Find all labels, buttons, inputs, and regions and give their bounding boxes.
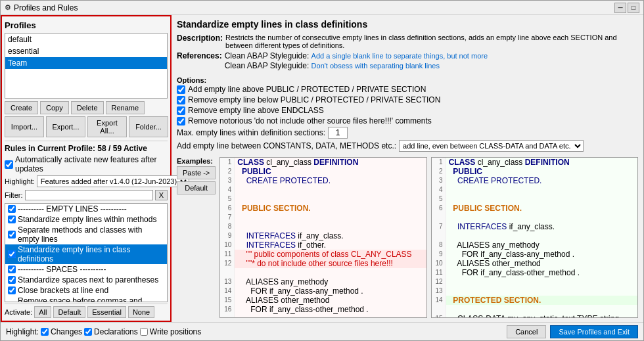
cancel-button[interactable]: Cancel (507, 325, 546, 338)
option2-checkbox[interactable] (177, 96, 185, 104)
delete-button[interactable]: Delete (71, 101, 104, 114)
activate-label: Activate: (5, 308, 32, 316)
highlight-write-checkbox[interactable] (140, 328, 148, 336)
option1-checkbox[interactable] (177, 85, 185, 94)
import-button[interactable]: Import... (5, 116, 44, 137)
highlight-changes-checkbox[interactable] (41, 328, 49, 336)
remove-space-checkbox[interactable] (8, 302, 16, 302)
spaces-section-checkbox[interactable] (8, 265, 16, 273)
code-line (220, 314, 426, 318)
profiles-list[interactable]: default essential Team (5, 33, 168, 99)
code-line: 7 (220, 213, 426, 222)
references-row1: References: Clean ABAP Styleguide: Add a… (177, 51, 638, 70)
option3-checkbox[interactable] (177, 106, 185, 115)
left-panel: Profiles default essential Team Create C… (1, 15, 172, 322)
profile-buttons-row1: Create Copy Delete Rename (5, 101, 168, 114)
standardize-methods-checkbox[interactable] (8, 216, 16, 223)
paste-button[interactable]: Paste -> (177, 166, 216, 179)
rule-item[interactable]: Close brackets at line end (5, 285, 167, 296)
option3-label: Remove empty line above ENDCLASS (188, 106, 324, 115)
rule-item[interactable]: Separate methods and classes with empty … (5, 225, 167, 244)
code-line: 6 PUBLIC SECTION. (432, 204, 637, 213)
content-area: Profiles default essential Team Create C… (1, 15, 643, 322)
rule-item[interactable]: Standardize empty lines within methods (5, 214, 167, 225)
code-line (432, 213, 637, 222)
default-examples-button[interactable]: Default (177, 181, 216, 194)
separate-methods-checkbox[interactable] (8, 231, 16, 239)
code-line: 1CLASS cl_any_class DEFINITION (220, 158, 426, 167)
activate-essential-button[interactable]: Essential (87, 306, 126, 318)
code-line: 12 (432, 277, 637, 286)
create-button[interactable]: Create (5, 101, 38, 114)
maximize-button[interactable]: □ (628, 3, 639, 13)
highlight-bottom: Highlight: Changes Declarations Write po… (6, 327, 201, 336)
code-line: 3 CREATE PROTECTED. (220, 176, 426, 185)
auto-activate-checkbox[interactable] (5, 160, 13, 169)
rule-item-selected[interactable]: Standardize empty lines in class definit… (5, 244, 167, 264)
rule-item-label: Standardize empty lines within methods (18, 215, 156, 224)
activate-none-button[interactable]: None (128, 306, 154, 318)
profiles-title: Profiles (5, 19, 168, 33)
code-line: 3 CREATE PROTECTED. (432, 176, 637, 185)
rule-item[interactable]: ---------- EMPTY LINES ---------- (5, 204, 167, 214)
right-panel: Standardize empty lines in class definit… (172, 15, 643, 322)
code-line: 16 FOR if_any_class-other_method . (220, 305, 426, 314)
code-line: 10 ALIASES other_method (432, 259, 637, 268)
save-profiles-exit-button[interactable]: Save Profiles and Exit (550, 325, 638, 338)
code-line: 1CLASS cl_any_class DEFINITION (432, 158, 637, 167)
code-line: 4 (220, 185, 426, 194)
ref2-link[interactable]: Don't obsess with separating blank lines (311, 62, 440, 70)
filter-clear-button[interactable]: X (155, 190, 168, 200)
window-icon: ⚙ (5, 3, 11, 12)
rule-item[interactable]: Standardize spaces next to parentheses (5, 275, 167, 285)
code-line-highlighted: 11 "" public components of class CL_ANY_… (220, 250, 426, 259)
activate-default-button[interactable]: Default (53, 306, 85, 318)
profile-essential[interactable]: essential (5, 45, 167, 57)
empty-lines-section-checkbox[interactable] (8, 205, 16, 213)
rename-button[interactable]: Rename (106, 101, 145, 114)
export-button[interactable]: Export... (46, 116, 85, 137)
max-empty-row: Max. empty lines within definition secti… (177, 127, 638, 139)
auto-activate-row: Automatically activate new features afte… (5, 154, 168, 174)
minimize-button[interactable]: ─ (614, 3, 626, 13)
before-code-panel[interactable]: 1CLASS cl_any_class DEFINITION 2 PUBLIC … (219, 157, 426, 318)
close-brackets-checkbox[interactable] (8, 286, 16, 294)
option-row-1: Add empty line above PUBLIC / PROTECTED … (177, 85, 638, 94)
code-line: 10 INTERFACES if_other. (220, 240, 426, 250)
profile-default[interactable]: default (5, 34, 167, 45)
option1-label: Add empty line above PUBLIC / PROTECTED … (188, 85, 426, 94)
add-line-label: Add empty line between CONSTANTS, DATA, … (177, 141, 396, 150)
option4-checkbox[interactable] (177, 117, 185, 125)
export-all-button[interactable]: Export All... (87, 116, 127, 137)
code-line (220, 268, 426, 277)
filter-row: Filter: X (5, 189, 168, 202)
copy-button[interactable]: Copy (40, 101, 69, 114)
folder-button[interactable]: Folder... (129, 116, 168, 137)
code-line: 2 PUBLIC (220, 167, 426, 176)
standardize-class-checkbox[interactable] (8, 250, 16, 258)
option4-label: Remove notorious 'do not include other s… (188, 116, 432, 125)
description-row: Description: Restricts the number of con… (177, 34, 638, 49)
max-empty-input[interactable] (328, 127, 348, 139)
add-line-select[interactable]: add line, even between CLASS-DATA and DA… (399, 140, 584, 152)
code-line: 4 (432, 185, 637, 194)
highlight-row: Highlight: Features added after v1.4.0 (… (5, 174, 168, 189)
examples-label: Examples: (177, 157, 216, 165)
filter-input[interactable] (25, 190, 153, 200)
highlight-write-label: Write positions (150, 327, 201, 336)
standardize-spaces-checkbox[interactable] (8, 276, 16, 284)
rules-list[interactable]: ---------- EMPTY LINES ---------- Standa… (5, 203, 168, 302)
filter-label: Filter: (5, 191, 23, 199)
highlight-select[interactable]: Features added after v1.4.0 (12-Jun-2023… (37, 175, 189, 187)
profile-team[interactable]: Team (5, 57, 167, 69)
rule-item-label: Standardize spaces next to parentheses (18, 275, 158, 284)
examples-area: Examples: Paste -> Default 1CLASS cl_any… (177, 157, 638, 318)
rule-item[interactable]: ---------- SPACES ---------- (5, 264, 167, 275)
rule-item[interactable]: Remove space before commas and period (5, 296, 167, 302)
rule-title: Standardize empty lines in class definit… (177, 19, 638, 30)
activate-all-button[interactable]: All (34, 306, 51, 318)
options-section: Options: Add empty line above PUBLIC / P… (177, 76, 638, 154)
ref1-link[interactable]: Add a single blank line to separate thin… (311, 52, 488, 60)
after-code-panel[interactable]: 1CLASS cl_any_class DEFINITION 2 PUBLIC … (431, 157, 638, 318)
highlight-declarations-checkbox[interactable] (84, 328, 92, 336)
